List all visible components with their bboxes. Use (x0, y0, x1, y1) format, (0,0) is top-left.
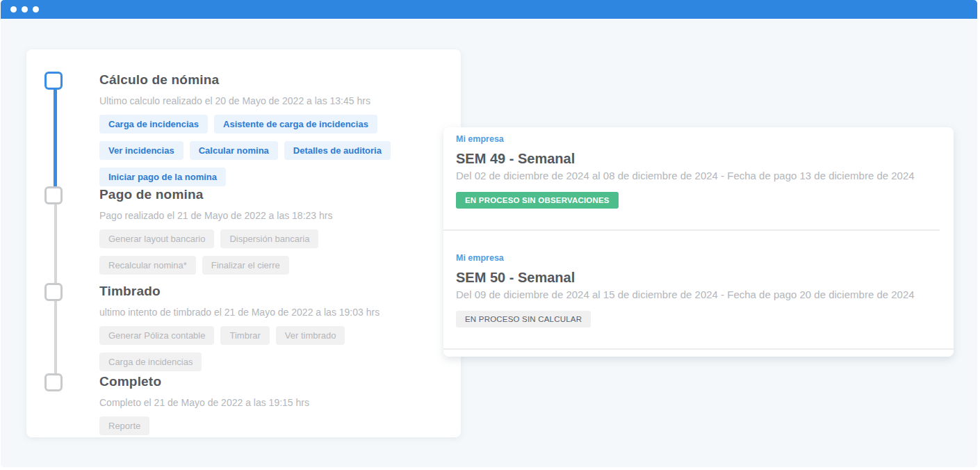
pipeline-stage: Completo Completo el 21 de Mayo de 2022 … (44, 373, 436, 435)
stage-actions: Reporte (99, 416, 416, 435)
stage-actions: Generar layout bancarioDispersión bancar… (99, 229, 416, 275)
stage-subtitle: ultimo intento de timbrado el 21 de Mayo… (99, 307, 436, 318)
action-chip[interactable]: Recalcular nomina* (99, 256, 196, 275)
stage-subtitle: Pago realizado el 21 de Mayo de 2022 a l… (99, 210, 436, 222)
action-chip[interactable]: Ver timbrado (276, 326, 345, 345)
payroll-period-list: Mi empresa SEM 49 - Semanal Del 02 de di… (443, 127, 954, 348)
period-status-badge: EN PROCESO SIN OBSERVACIONES (456, 192, 619, 209)
action-chip[interactable]: Finalizar el cierre (202, 256, 289, 275)
period-title: SEM 49 - Semanal (456, 149, 940, 168)
app-window: Cálculo de nómina Ultimo calculo realiza… (1, 0, 977, 467)
stage-title: Timbrado (99, 283, 436, 300)
window-control-dot-icon[interactable] (33, 6, 39, 13)
payroll-pipeline-card: Cálculo de nómina Ultimo calculo realiza… (26, 49, 461, 437)
pipeline-stage: Timbrado ultimo intento de timbrado el 2… (44, 283, 436, 373)
stage-actions: Generar Póliza contableTimbrarVer timbra… (99, 326, 416, 371)
action-chip[interactable]: Timbrar (220, 326, 269, 345)
pipeline-stage: Pago de nomina Pago realizado el 21 de M… (44, 186, 436, 283)
company-link[interactable]: Mi empresa (456, 253, 940, 263)
action-chip[interactable]: Ver incidencias (99, 141, 183, 160)
stage-actions: Carga de incidenciasAsistente de carga d… (99, 115, 416, 186)
stage-title: Cálculo de nómina (99, 72, 436, 88)
stage-checkbox-icon[interactable] (44, 373, 63, 391)
company-link[interactable]: Mi empresa (456, 134, 940, 144)
action-chip[interactable]: Generar layout bancario (99, 229, 214, 248)
stage-subtitle: Ultimo calculo realizado el 20 de Mayo d… (99, 95, 436, 107)
window-titlebar (1, 0, 977, 19)
stage-title: Pago de nomina (99, 186, 436, 203)
main-content: Cálculo de nómina Ultimo calculo realiza… (1, 19, 977, 467)
action-chip[interactable]: Generar Póliza contable (99, 326, 214, 345)
window-control-dot-icon[interactable] (10, 6, 17, 13)
payroll-periods-card: Mi empresa SEM 49 - Semanal Del 02 de di… (443, 127, 954, 357)
pipeline-stage-list: Cálculo de nómina Ultimo calculo realiza… (44, 72, 436, 435)
stage-title: Completo (99, 373, 436, 390)
period-date-range: Del 09 de diciembre de 2024 al 15 de dic… (456, 289, 940, 301)
action-chip[interactable]: Calcular nomina (190, 141, 278, 160)
stage-subtitle: Completo el 21 de Mayo de 2022 a las 19:… (99, 397, 436, 409)
action-chip[interactable]: Asistente de carga de incidencias (214, 115, 377, 133)
payroll-period-item: Mi empresa SEM 50 - Semanal Del 09 de di… (443, 231, 954, 348)
stage-checkbox-icon[interactable] (44, 283, 63, 301)
period-status-badge: EN PROCESO SIN CALCULAR (456, 311, 591, 327)
action-chip[interactable]: Reporte (99, 416, 149, 435)
stage-checkbox-icon[interactable] (44, 186, 63, 204)
action-chip[interactable]: Iniciar pago de la nomina (99, 168, 226, 186)
action-chip[interactable]: Carga de incidencias (99, 352, 202, 371)
action-chip[interactable]: Dispersión bancaria (220, 229, 318, 248)
stage-checkbox-icon[interactable] (44, 72, 63, 90)
period-title: SEM 50 - Semanal (456, 268, 940, 286)
pipeline-stage: Cálculo de nómina Ultimo calculo realiza… (44, 72, 436, 186)
window-control-dot-icon[interactable] (22, 6, 28, 13)
action-chip[interactable]: Carga de incidencias (99, 115, 208, 133)
card-bottom-divider (443, 348, 954, 357)
period-date-range: Del 02 de diciembre de 2024 al 08 de dic… (456, 170, 940, 182)
action-chip[interactable]: Detalles de auditoria (284, 141, 391, 160)
payroll-period-item: Mi empresa SEM 49 - Semanal Del 02 de di… (443, 127, 954, 229)
